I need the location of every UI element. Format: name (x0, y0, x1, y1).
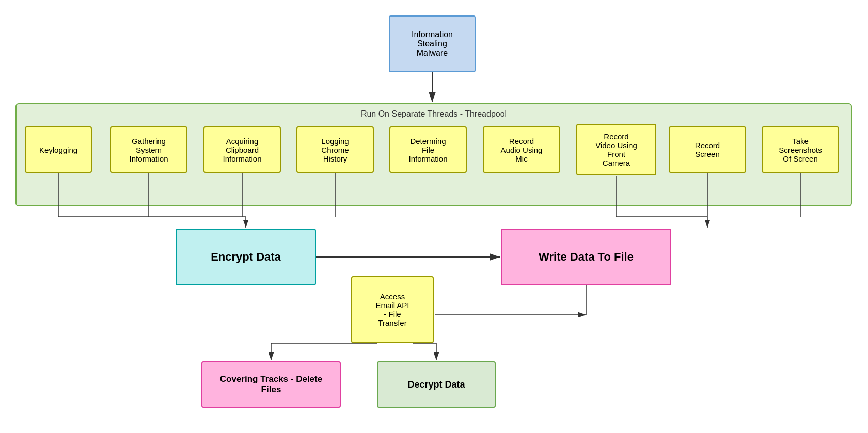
determing-node: DetermingFileInformation (389, 126, 467, 173)
writefile-node: Write Data To File (501, 229, 671, 285)
logging-node: LoggingChromeHistory (296, 126, 374, 173)
encrypt-node: Encrypt Data (176, 229, 316, 285)
encrypt-label: Encrypt Data (211, 250, 281, 264)
writefile-label: Write Data To File (539, 250, 634, 264)
keylogging-node: Keylogging (25, 126, 92, 173)
threadpool-label: Run On Separate Threads - Threadpool (17, 109, 851, 119)
gathering-node: GatheringSystemInformation (110, 126, 187, 173)
screen-node: RecordScreen (669, 126, 746, 173)
covering-node: Covering Tracks - DeleteFiles (201, 361, 341, 408)
gathering-label: GatheringSystemInformation (129, 137, 168, 163)
screenshots-node: TakeScreenshotsOf Screen (762, 126, 839, 173)
malware-node: InformationStealingMalware (389, 15, 476, 72)
acquiring-label: AcquiringClipboardInformation (223, 137, 261, 163)
determing-label: DetermingFileInformation (408, 137, 447, 163)
screen-label: RecordScreen (695, 141, 720, 158)
email-label: AccessEmail API- FileTransfer (375, 292, 409, 327)
video-node: RecordVideo UsingFrontCamera (576, 124, 656, 175)
screenshots-label: TakeScreenshotsOf Screen (779, 137, 822, 163)
audio-label: RecordAudio UsingMic (501, 137, 543, 163)
keylogging-label: Keylogging (39, 146, 77, 154)
diagram-container: Run On Separate Threads - Threadpool Inf… (0, 0, 868, 433)
audio-node: RecordAudio UsingMic (483, 126, 560, 173)
decrypt-label: Decrypt Data (407, 379, 465, 390)
logging-label: LoggingChromeHistory (321, 137, 349, 163)
covering-label: Covering Tracks - DeleteFiles (220, 374, 322, 395)
video-label: RecordVideo UsingFrontCamera (595, 132, 637, 167)
email-node: AccessEmail API- FileTransfer (351, 276, 434, 343)
acquiring-node: AcquiringClipboardInformation (203, 126, 281, 173)
malware-label: InformationStealingMalware (412, 30, 453, 58)
decrypt-node: Decrypt Data (377, 361, 496, 408)
